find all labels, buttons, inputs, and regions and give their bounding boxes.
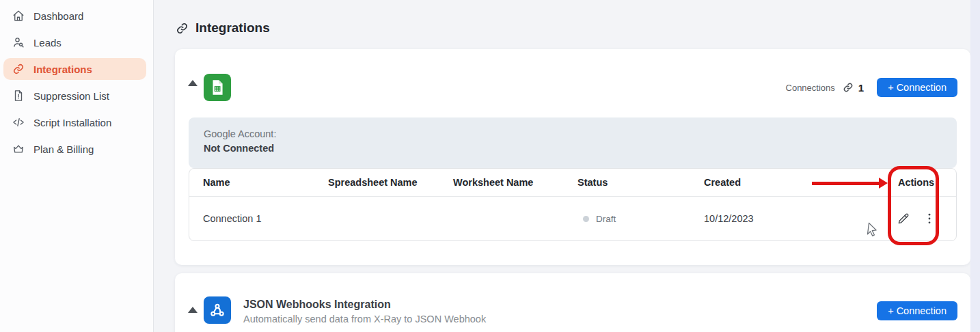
sidebar-item-dashboard[interactable]: Dashboard [3,5,146,27]
column-header-created: Created [704,177,876,188]
collapse-arrow-icon[interactable] [188,80,198,86]
table-row: Connection 1 Draft 10/12/2023 [189,197,956,240]
connections-label: Connections [786,83,835,93]
sidebar: Dashboard Leads Integrations Suppression… [0,0,154,332]
more-options-icon[interactable] [922,211,937,226]
integration-subtitle: Automatically send data from X-Ray to JS… [243,314,486,324]
sidebar-item-label: Integrations [33,64,92,75]
home-icon [12,10,25,22]
sidebar-item-label: Plan & Billing [33,143,94,155]
connections-count: 1 [858,82,864,94]
status-dot-icon [583,216,589,222]
page-title: Integrations [195,20,270,36]
integration-title: JSON Webhooks Integration [243,299,391,311]
sidebar-item-label: Suppression List [33,90,109,102]
link-icon [843,82,854,93]
sidebar-item-script-installation[interactable]: Script Installation [3,111,146,133]
connections-table: Name Spreadsheet Name Worksheet Name Sta… [189,168,957,241]
link-icon [12,63,25,75]
google-account-panel: Google Account: Not Connected [189,117,957,168]
page-header: Integrations [176,20,270,36]
document-icon [12,89,25,102]
sidebar-item-label: Leads [33,37,62,49]
sidebar-item-leads[interactable]: Leads [3,31,146,53]
person-search-icon [12,36,25,49]
page-scrollbar[interactable] [970,0,980,332]
sidebar-item-label: Script Installation [33,117,111,128]
google-account-status: Not Connected [204,143,942,154]
add-connection-button[interactable]: + Connection [877,78,957,97]
column-header-spreadsheet: Spreadsheet Name [328,177,453,188]
cell-status: Draft [577,214,704,224]
add-connection-button[interactable]: + Connection [877,301,957,320]
column-header-actions: Actions [876,177,956,188]
sidebar-item-suppression-list[interactable]: Suppression List [3,85,146,107]
google-sheets-integration-card: Google Sheets Integration Automatically … [175,49,970,265]
sidebar-item-label: Dashboard [33,10,83,22]
column-header-worksheet: Worksheet Name [453,177,577,188]
crown-icon [12,143,25,155]
code-icon [12,116,25,128]
google-sheets-icon [204,74,231,101]
webhook-icon [204,296,231,324]
link-icon [176,22,189,35]
cell-name: Connection 1 [189,213,328,224]
edit-pencil-icon[interactable] [896,211,911,226]
cell-actions [876,211,956,226]
json-webhooks-integration-card: JSON Webhooks Integration Automatically … [175,273,970,332]
google-account-label: Google Account: [204,128,942,139]
column-header-status: Status [577,177,704,188]
cell-created: 10/12/2023 [704,213,876,224]
column-header-name: Name [189,177,328,188]
sidebar-item-integrations[interactable]: Integrations [3,58,146,80]
status-badge: Draft [596,214,616,224]
sidebar-item-plan-billing[interactable]: Plan & Billing [3,138,146,160]
table-header-row: Name Spreadsheet Name Worksheet Name Sta… [189,169,956,197]
collapse-arrow-icon[interactable] [188,307,198,313]
